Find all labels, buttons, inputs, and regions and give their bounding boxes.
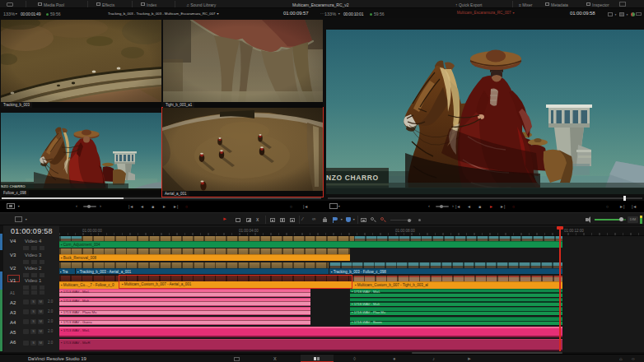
svg-text:NZO CHARRO: NZO CHARRO [326,174,379,182]
svg-text:NZO CHARRO: NZO CHARRO [1,184,26,188]
